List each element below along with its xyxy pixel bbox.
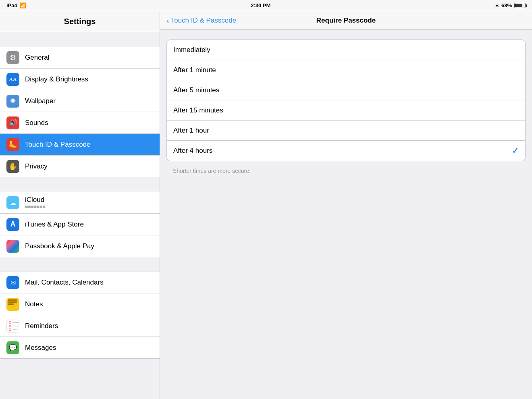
option-label: Immediately: [173, 46, 210, 54]
device-label: iPad: [6, 2, 17, 8]
sidebar-item-reminders[interactable]: Reminders: [0, 315, 160, 337]
icloud-icon: ☁: [6, 196, 19, 209]
sidebar-item-messages[interactable]: 💬 Messages: [0, 337, 160, 359]
option-label: After 1 hour: [173, 127, 209, 135]
sidebar-item-label: Wallpaper: [25, 97, 56, 105]
sidebar-item-passbook[interactable]: Passbook & Apple Pay: [0, 235, 160, 257]
option-1min[interactable]: After 1 minute: [167, 60, 525, 80]
option-label: After 1 minute: [173, 66, 216, 74]
sidebar-item-wallpaper[interactable]: ✺ Wallpaper: [0, 90, 160, 112]
sidebar-item-label: General: [25, 54, 49, 62]
page-title: Require Passcode: [316, 17, 376, 25]
sidebar-item-label: Reminders: [25, 322, 58, 330]
hint-text: Shorter times are more secure.: [166, 164, 526, 176]
sidebar-item-label: Display & Brightness: [25, 75, 88, 83]
reminders-icon: [6, 320, 19, 332]
group-spacer-2: [0, 177, 160, 189]
option-label: After 5 minutes: [173, 86, 219, 94]
itunes-icon: A: [6, 218, 19, 231]
option-immediately[interactable]: Immediately: [167, 40, 525, 60]
sidebar-item-label: iCloud: [25, 196, 46, 204]
sidebar-item-mail[interactable]: ✉ Mail, Contacts, Calendars: [0, 272, 160, 293]
option-15min[interactable]: After 15 minutes: [167, 100, 525, 121]
option-5min[interactable]: After 5 minutes: [167, 80, 525, 100]
sidebar-item-label: Passbook & Apple Pay: [25, 242, 94, 250]
sidebar-item-label: Mail, Contacts, Calendars: [25, 278, 104, 287]
option-1hour[interactable]: After 1 hour: [167, 121, 525, 141]
sidebar-item-label: Privacy: [25, 162, 48, 170]
sidebar-item-display[interactable]: AA Display & Brightness: [0, 69, 160, 90]
status-right: ∗ 68%: [495, 2, 526, 8]
sidebar-item-label: iTunes & App Store: [25, 220, 84, 229]
sidebar-item-notes[interactable]: Notes: [0, 293, 160, 315]
bluetooth-icon: ∗: [495, 3, 499, 8]
battery-fill: [515, 4, 522, 7]
touchid-icon: 🦶: [6, 138, 19, 151]
sidebar-item-icloud[interactable]: ☁ iCloud ■■■■■■■: [0, 192, 160, 214]
sidebar: Settings ⚙ General AA Display & Brightne…: [0, 11, 160, 399]
sidebar-title: Settings: [0, 11, 160, 32]
sidebar-item-privacy[interactable]: ✋ Privacy: [0, 156, 160, 177]
sidebar-item-general[interactable]: ⚙ General: [0, 47, 160, 69]
nav-bar: ‹ Touch ID & Passcode Require Passcode: [160, 11, 532, 30]
wallpaper-icon: ✺: [6, 95, 19, 108]
icloud-subtitle: ■■■■■■■: [25, 204, 46, 210]
sidebar-item-sounds[interactable]: 🔊 Sounds: [0, 112, 160, 134]
sidebar-group-3: ✉ Mail, Contacts, Calendars Notes: [0, 268, 160, 359]
status-left: iPad 📶: [6, 2, 26, 8]
option-label: After 4 hours: [173, 147, 212, 155]
privacy-icon: ✋: [6, 160, 19, 173]
back-button[interactable]: ‹ Touch ID & Passcode: [166, 17, 236, 25]
group-spacer-3: [0, 257, 160, 268]
sidebar-item-label: Notes: [25, 300, 43, 308]
messages-icon: 💬: [6, 341, 19, 354]
sidebar-group-1: ⚙ General AA Display & Brightness ✺ Wall…: [0, 44, 160, 177]
passbook-icon: [6, 240, 19, 253]
sounds-icon: 🔊: [6, 116, 19, 129]
main-content: Settings ⚙ General AA Display & Brightne…: [0, 11, 532, 399]
sidebar-item-touchid[interactable]: 🦶 Touch ID & Passcode: [0, 134, 160, 156]
wifi-icon: 📶: [20, 2, 26, 8]
checkmark-icon: ✓: [512, 146, 519, 156]
back-label: Touch ID & Passcode: [171, 17, 237, 25]
battery-percentage: 68%: [501, 2, 512, 8]
time-display: 2:30 PM: [251, 2, 270, 8]
content-area: Immediately After 1 minute After 5 minut…: [160, 30, 532, 399]
option-4hours[interactable]: After 4 hours ✓: [167, 141, 525, 161]
sidebar-item-label: Touch ID & Passcode: [25, 141, 91, 149]
option-label: After 15 minutes: [173, 106, 223, 114]
status-bar: iPad 📶 2:30 PM ∗ 68%: [0, 0, 532, 11]
sidebar-group-2: ☁ iCloud ■■■■■■■ A iTunes & App Store Pa…: [0, 189, 160, 257]
sidebar-item-itunes[interactable]: A iTunes & App Store: [0, 214, 160, 235]
display-icon: AA: [6, 73, 19, 86]
chevron-left-icon: ‹: [166, 17, 169, 25]
right-panel: ‹ Touch ID & Passcode Require Passcode I…: [160, 11, 532, 399]
group-spacer-top: [0, 32, 160, 44]
passcode-options-group: Immediately After 1 minute After 5 minut…: [166, 39, 526, 161]
sidebar-item-label: Sounds: [25, 119, 48, 127]
notes-icon: [6, 298, 19, 311]
battery-bar: [514, 3, 526, 8]
mail-icon: ✉: [6, 276, 19, 289]
sidebar-item-label: Messages: [25, 344, 56, 352]
gear-icon: ⚙: [6, 51, 19, 64]
